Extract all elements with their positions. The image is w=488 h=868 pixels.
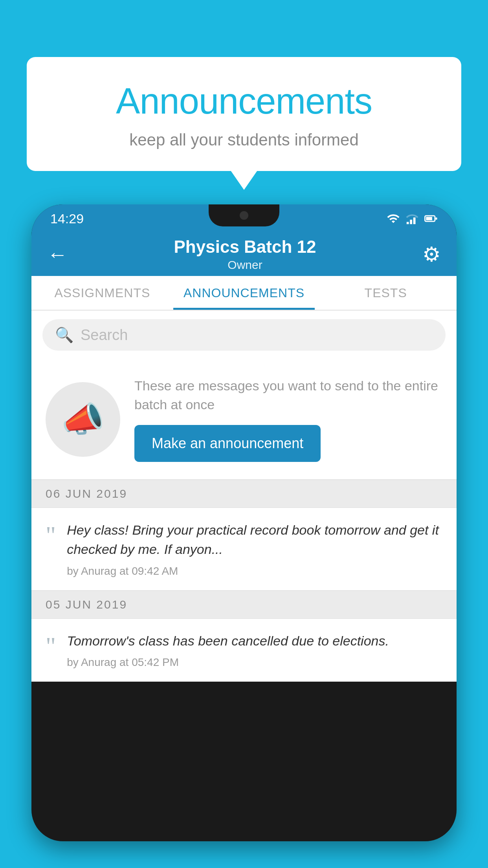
signal-icon [405, 212, 419, 225]
content-area: 🔍 Search 📣 These are messages you want t… [31, 311, 457, 682]
speech-bubble-subtitle: keep all your students informed [46, 131, 442, 149]
header-center: Physics Batch 12 Owner [174, 237, 316, 272]
speech-bubble-title: Announcements [46, 81, 442, 122]
settings-icon[interactable]: ⚙ [422, 243, 441, 266]
wifi-icon [387, 212, 400, 225]
announcement-text-1: Hey class! Bring your practical record b… [67, 520, 442, 577]
phone-wrapper: 14:29 [31, 204, 457, 868]
svg-rect-1 [410, 220, 412, 224]
tab-tests[interactable]: TESTS [315, 276, 457, 310]
notch [209, 204, 279, 226]
megaphone-icon: 📣 [61, 399, 105, 440]
app-header: ← Physics Batch 12 Owner ⚙ [31, 233, 457, 276]
make-announcement-button[interactable]: Make an announcement [134, 425, 321, 462]
phone-device: 14:29 [31, 204, 457, 841]
speech-bubble: Announcements keep all your students inf… [27, 57, 461, 171]
quote-icon-1: " [46, 523, 56, 548]
camera-dot [240, 211, 248, 220]
status-time: 14:29 [50, 211, 84, 226]
svg-rect-4 [426, 217, 432, 221]
speech-bubble-section: Announcements keep all your students inf… [27, 57, 461, 171]
announcement-message-1: Hey class! Bring your practical record b… [67, 520, 442, 559]
status-icons [387, 212, 438, 225]
quote-icon-2: " [46, 634, 56, 659]
announcement-meta-1: by Anurag at 09:42 AM [67, 565, 442, 577]
tab-announcements[interactable]: ANNOUNCEMENTS [173, 276, 315, 310]
battery-icon [424, 212, 438, 225]
megaphone-circle: 📣 [46, 382, 120, 457]
cta-right: These are messages you want to send to t… [134, 377, 442, 462]
cta-section: 📣 These are messages you want to send to… [31, 359, 457, 480]
svg-rect-2 [413, 217, 416, 224]
back-button[interactable]: ← [47, 244, 68, 265]
announcement-text-2: Tomorrow's class has been cancelled due … [67, 631, 442, 669]
tabs-bar: ASSIGNMENTS ANNOUNCEMENTS TESTS [31, 276, 457, 311]
cta-description: These are messages you want to send to t… [134, 377, 442, 414]
search-bar[interactable]: 🔍 Search [42, 319, 446, 351]
date-separator-2: 05 JUN 2019 [31, 590, 457, 619]
announcement-message-2: Tomorrow's class has been cancelled due … [67, 631, 442, 651]
status-bar: 14:29 [31, 204, 457, 233]
svg-rect-5 [435, 217, 437, 220]
tab-assignments[interactable]: ASSIGNMENTS [31, 276, 173, 310]
header-title: Physics Batch 12 [174, 237, 316, 257]
search-bar-wrapper: 🔍 Search [31, 311, 457, 359]
search-icon: 🔍 [55, 326, 73, 344]
announcement-item-1: " Hey class! Bring your practical record… [31, 508, 457, 590]
announcement-meta-2: by Anurag at 05:42 PM [67, 656, 442, 669]
date-separator-1: 06 JUN 2019 [31, 480, 457, 508]
announcement-item-2: " Tomorrow's class has been cancelled du… [31, 619, 457, 682]
header-subtitle: Owner [174, 258, 316, 272]
search-placeholder: Search [81, 327, 128, 344]
svg-rect-0 [407, 222, 409, 224]
